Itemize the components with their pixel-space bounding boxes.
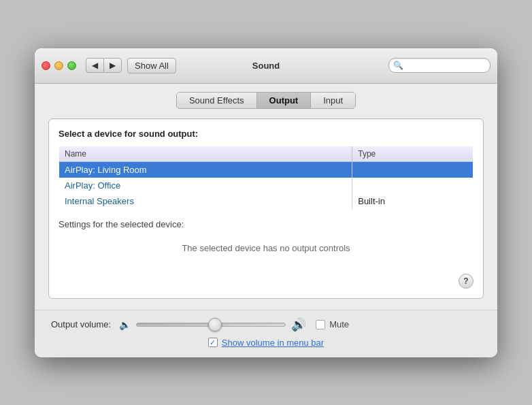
bottom-bar: Output volume: 🔈 🔊 Mute ✓ Show volume in… [35,310,497,357]
table-row[interactable]: AirPlay: Living Room [59,161,473,178]
device-type: Built-in [352,193,473,210]
settings-label: Settings for the selected device: [59,219,473,229]
show-volume-row: ✓ Show volume in menu bar [51,338,481,348]
tab-sound-effects[interactable]: Sound Effects [177,93,257,108]
search-input[interactable] [388,58,491,73]
volume-slider-thumb[interactable] [208,318,222,331]
table-header-row: Name Type [59,146,473,161]
volume-label: Output volume: [51,319,111,329]
col-name-header: Name [59,146,352,161]
volume-row: Output volume: 🔈 🔊 Mute [51,317,481,332]
volume-low-icon: 🔈 [119,319,131,330]
search-wrapper: 🔍 [388,58,491,73]
tab-input[interactable]: Input [311,93,355,108]
output-panel: Select a device for sound output: Name T… [48,118,484,299]
mute-checkbox[interactable] [316,320,325,329]
section-label: Select a device for sound output: [59,129,473,139]
main-window: ◀ ▶ Show All Sound 🔍 Sound Effects Outpu… [35,48,497,357]
device-type [352,178,473,193]
show-all-button[interactable]: Show All [127,58,176,74]
maximize-button[interactable] [67,61,76,70]
col-type-header: Type [352,146,473,161]
window-title: Sound [252,61,280,71]
device-name: Internal Speakers [59,193,352,210]
volume-high-icon: 🔊 [291,317,306,332]
forward-button[interactable]: ▶ [103,58,122,73]
minimize-button[interactable] [54,61,63,70]
device-name: AirPlay: Office [59,178,352,193]
show-volume-checkbox[interactable]: ✓ [208,338,218,347]
volume-slider-track[interactable] [136,323,286,327]
tab-group: Sound Effects Output Input [176,92,356,109]
table-row[interactable]: Internal Speakers Built-in [59,193,473,210]
device-table: Name Type AirPlay: Living Room AirPlay: … [59,146,473,210]
show-volume-label: Show volume in menu bar [222,338,324,348]
table-row[interactable]: AirPlay: Office [59,178,473,193]
mute-section: Mute [316,319,349,329]
close-button[interactable] [41,61,50,70]
mute-label: Mute [329,319,349,329]
nav-buttons: ◀ ▶ [86,58,122,73]
help-button[interactable]: ? [459,274,473,289]
titlebar: ◀ ▶ Show All Sound 🔍 [35,48,497,84]
device-type [352,161,473,178]
device-name: AirPlay: Living Room [59,161,352,178]
no-controls-message: The selected device has no output contro… [59,243,473,253]
tabs-row: Sound Effects Output Input [48,92,484,109]
traffic-lights [41,61,76,70]
content-area: Sound Effects Output Input Select a devi… [35,84,497,310]
help-btn-row: ? [59,274,473,289]
tab-output[interactable]: Output [257,93,312,108]
back-button[interactable]: ◀ [86,58,103,73]
